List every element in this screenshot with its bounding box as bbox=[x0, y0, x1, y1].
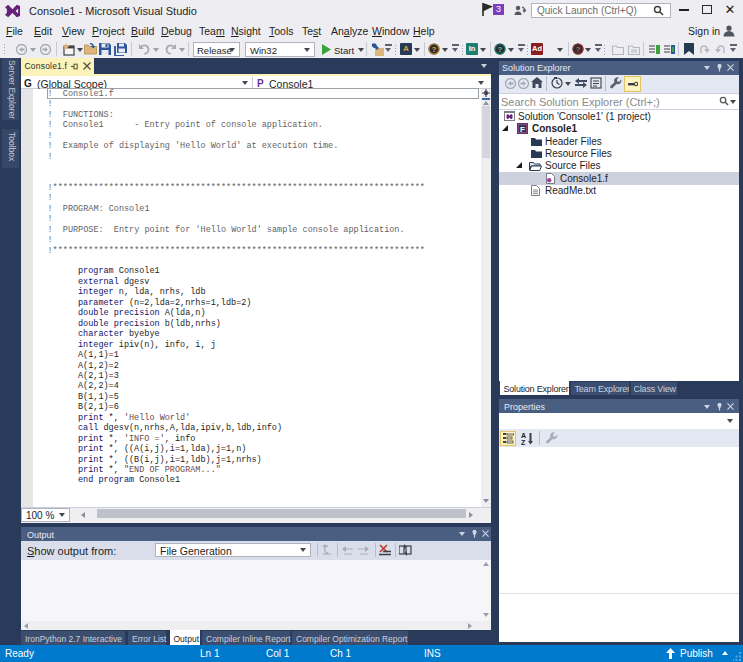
svg-text:?: ? bbox=[432, 45, 437, 54]
svg-text:F: F bbox=[520, 125, 525, 134]
svg-text:Z: Z bbox=[521, 439, 526, 445]
svg-text:A: A bbox=[521, 432, 526, 439]
svg-text:?: ? bbox=[498, 45, 503, 54]
svg-text:?: ? bbox=[576, 45, 581, 54]
